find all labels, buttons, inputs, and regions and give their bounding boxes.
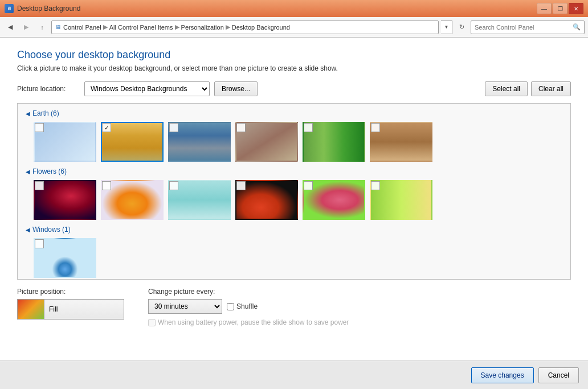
wallpaper-earth-5[interactable]	[303, 122, 365, 162]
picture-position-label: Picture position:	[17, 288, 131, 296]
change-row: 10 seconds 30 seconds 1 minute 2 minutes…	[148, 299, 571, 314]
picture-location-label: Picture location:	[17, 85, 80, 93]
category-earth-label: Earth (6)	[32, 109, 59, 117]
minimize-button[interactable]: —	[537, 3, 552, 14]
earth-wallpaper-row: ✓	[34, 122, 562, 162]
wallpaper-flower-1-checkbox[interactable]	[35, 181, 44, 190]
close-button[interactable]: ✕	[569, 3, 583, 14]
gallery-container: ◀ Earth (6) ✓	[17, 103, 571, 280]
shuffle-text: Shuffle	[236, 302, 258, 310]
title-bar: 🖥 Desktop Background — ❐ ✕	[0, 0, 588, 17]
category-earth-header: ◀ Earth (6)	[26, 109, 562, 117]
wallpaper-flower-3[interactable]	[168, 180, 231, 220]
wallpaper-earth-6-checkbox[interactable]	[371, 123, 380, 132]
wallpaper-flower-5[interactable]	[303, 180, 365, 220]
flowers-wallpaper-row	[34, 180, 562, 220]
clear-all-button[interactable]: Clear all	[531, 81, 571, 96]
cancel-button[interactable]: Cancel	[538, 367, 579, 383]
wallpaper-earth-1[interactable]	[34, 122, 96, 162]
main-content: Choose your desktop background Click a p…	[0, 38, 588, 389]
wallpaper-earth-5-checkbox[interactable]	[304, 123, 313, 132]
battery-text: When using battery power, pause the slid…	[158, 318, 349, 326]
path-control-panel[interactable]: Control Panel	[63, 24, 101, 31]
position-selector: Fill Fit Stretch Tile Center Span	[17, 299, 131, 320]
browse-button[interactable]: Browse...	[214, 81, 258, 96]
wallpaper-earth-1-checkbox[interactable]	[35, 123, 44, 132]
picture-location-row: Picture location: Windows Desktop Backgr…	[17, 81, 571, 96]
flowers-collapse-icon[interactable]: ◀	[26, 169, 30, 175]
refresh-button[interactable]: ↻	[455, 21, 468, 34]
position-select[interactable]: Fill Fit Stretch Tile Center Span	[44, 299, 124, 320]
page-subtitle: Click a picture to make it your desktop …	[17, 64, 571, 72]
nav-back-button[interactable]: ◀	[3, 21, 17, 34]
window-icon: 🖥	[5, 4, 14, 13]
title-bar-controls: — ❐ ✕	[537, 3, 583, 14]
title-bar-left: 🖥 Desktop Background	[5, 4, 80, 13]
window-title: Desktop Background	[17, 5, 80, 13]
category-windows-label: Windows (1)	[32, 226, 71, 234]
picture-position-section: Picture position: Fill Fit Stretch Tile …	[17, 288, 131, 326]
change-picture-section: Change picture every: 10 seconds 30 seco…	[148, 288, 571, 326]
address-dropdown-button[interactable]: ▼	[441, 21, 452, 34]
footer: Save changes Cancel	[0, 361, 588, 389]
restore-button[interactable]: ❐	[553, 3, 567, 14]
wallpaper-flower-2[interactable]	[101, 180, 164, 220]
shuffle-checkbox[interactable]	[227, 303, 234, 310]
wallpaper-flower-6-checkbox[interactable]	[371, 181, 380, 190]
bottom-section: Picture position: Fill Fit Stretch Tile …	[17, 288, 571, 326]
earth-collapse-icon[interactable]: ◀	[26, 110, 30, 117]
category-flowers-header: ◀ Flowers (6)	[26, 167, 562, 175]
wallpaper-flower-2-checkbox[interactable]	[102, 181, 111, 190]
search-icon: 🔍	[573, 23, 581, 31]
search-input[interactable]	[475, 24, 570, 31]
nav-forward-button[interactable]: ▶	[19, 21, 33, 34]
wallpaper-earth-2-checkbox[interactable]: ✓	[102, 123, 111, 132]
nav-up-button[interactable]: ↑	[35, 21, 49, 34]
save-changes-button[interactable]: Save changes	[471, 367, 534, 383]
wallpaper-windows-1[interactable]	[34, 238, 96, 278]
shuffle-label[interactable]: Shuffle	[227, 302, 258, 310]
path-personalization[interactable]: Personalization	[181, 24, 224, 31]
wallpaper-earth-2[interactable]: ✓	[101, 122, 164, 162]
wallpaper-earth-4-checkbox[interactable]	[236, 123, 246, 132]
path-icon: 🖥	[55, 24, 61, 30]
interval-select[interactable]: 10 seconds 30 seconds 1 minute 2 minutes…	[148, 299, 222, 314]
category-flowers-label: Flowers (6)	[32, 167, 67, 175]
wallpaper-earth-3-checkbox[interactable]	[169, 123, 178, 132]
right-buttons: Select all Clear all	[485, 81, 571, 96]
path-all-items[interactable]: All Control Panel Items	[109, 24, 173, 31]
wallpaper-flower-6[interactable]	[370, 180, 432, 220]
page-title: Choose your desktop background	[17, 49, 571, 61]
wallpaper-windows-1-checkbox[interactable]	[35, 239, 44, 248]
wallpaper-earth-3[interactable]	[168, 122, 231, 162]
change-picture-label: Change picture every:	[148, 288, 571, 296]
wallpaper-flower-5-checkbox[interactable]	[304, 181, 313, 190]
windows-wallpaper-row	[34, 238, 562, 278]
select-all-button[interactable]: Select all	[485, 81, 528, 96]
wallpaper-flower-1[interactable]	[34, 180, 96, 220]
path-desktop-background: Desktop Background	[232, 24, 290, 31]
wallpaper-flower-3-checkbox[interactable]	[169, 181, 178, 190]
position-thumb	[17, 299, 44, 320]
location-select[interactable]: Windows Desktop Backgrounds	[84, 81, 210, 96]
battery-row: When using battery power, pause the slid…	[148, 318, 571, 326]
wallpaper-flower-4-checkbox[interactable]	[236, 181, 246, 190]
category-windows-header: ◀ Windows (1)	[26, 226, 562, 234]
battery-checkbox	[148, 319, 156, 326]
search-box[interactable]: 🔍	[471, 21, 585, 34]
wallpaper-earth-4[interactable]	[235, 122, 298, 162]
wallpaper-earth-6[interactable]	[370, 122, 432, 162]
windows-collapse-icon[interactable]: ◀	[26, 227, 30, 233]
address-bar: ◀ ▶ ↑ 🖥 Control Panel ▶ All Control Pane…	[0, 17, 588, 38]
wallpaper-flower-4[interactable]	[235, 180, 298, 220]
address-path[interactable]: 🖥 Control Panel ▶ All Control Panel Item…	[51, 21, 439, 34]
